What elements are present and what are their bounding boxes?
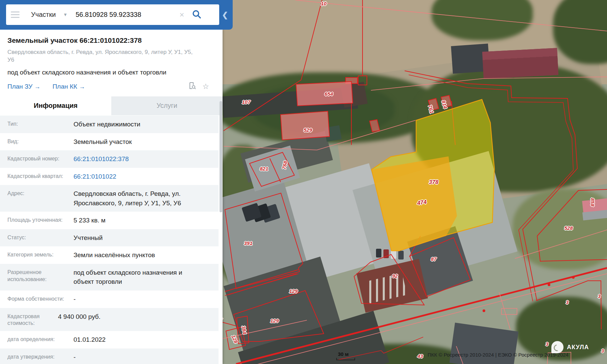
parcel-label[interactable]: 761 [428,104,435,114]
arrow-icon: → [34,83,40,90]
scale-label: 30 м [338,351,349,357]
clear-search-icon[interactable]: × [179,10,184,20]
parcel-label[interactable]: 821 [260,166,268,171]
parcel-usage-text: под объект складского назначения и объек… [7,69,215,76]
table-row: Кадастровый квартал:66:21:0101022 [0,168,219,185]
table-row: Вид:Земельный участок [0,133,219,151]
akula-watermark: АКУЛА [551,341,589,353]
parcel-label[interactable]: 529 [304,127,312,132]
arrow-icon: → [79,83,85,90]
parcel-label[interactable]: 107 [242,99,250,104]
search-box: Участки ▼ × [6,4,219,25]
panel-tabs: Информация Услуги [0,96,223,115]
parcel-label-378[interactable]: 378 [429,179,438,185]
tab-services[interactable]: Услуги [111,96,223,115]
cadastral-quarter-link[interactable]: 66:21:0101022 [74,172,219,181]
table-row: Разрешенное использование:под объект скл… [0,264,219,291]
table-row: Площадь уточненная:5 233 кв. м [0,212,219,229]
parcel-label[interactable]: 391 [244,241,252,246]
map-canvas[interactable]: 10 654 107 529 761 814 821 768 378 474 3… [223,0,607,364]
table-row: Категория земель:Земли населённых пункто… [0,246,219,264]
star-favorite-icon[interactable]: ☆ [202,82,209,91]
parcel-label[interactable]: 129 [289,289,297,294]
table-row: дата утверждения:- [0,348,219,364]
akula-shark-icon [551,341,563,353]
akula-text: АКУЛА [567,344,589,351]
parcel-label-474[interactable]: 474 [417,199,427,206]
panel-scrollbar[interactable] [220,101,222,212]
search-input[interactable] [75,10,177,19]
parcel-label[interactable]: 528 [564,225,573,231]
parcel-title: Земельный участок 66:21:0101022:378 [7,36,215,44]
parcel-label[interactable]: 654 [324,91,333,96]
map-attribution: ПКК © Росреестр 2010-2024 | ЕЭКО © Росре… [428,352,569,358]
cadastral-number-link[interactable]: 66:21:0101022:378 [74,154,219,164]
table-row: Тип:Объект недвижимости [0,116,219,133]
parcel-label[interactable]: 10 [321,1,327,6]
parcel-label[interactable]: 129 [270,318,279,323]
chevron-down-icon[interactable]: ▼ [63,12,67,17]
table-row: Кадастровая стоимость:4 940 000 руб. [0,308,219,331]
table-row: дата определения:01.01.2022 [0,331,219,348]
parcel-info-panel: Земельный участок 66:21:0101022:378 Свер… [0,30,223,364]
parcel-label[interactable]: 384 [241,325,247,334]
plan-zu-link[interactable]: План ЗУ → [7,83,40,90]
menu-hamburger-icon[interactable] [11,10,20,20]
table-row: Форма собственности:- [0,291,219,308]
parcel-address-subtitle: Свердловская область, г. Ревда, ул. Ярос… [7,49,196,64]
search-submit-icon[interactable] [192,9,202,21]
attribute-rows: Тип:Объект недвижимости Вид:Земельный уч… [0,116,219,364]
collapse-panel-chevron[interactable]: ❮ [222,10,231,20]
plan-kk-link[interactable]: План КК → [53,83,85,90]
parcel-label[interactable]: 3 [598,294,601,299]
doc-search-icon[interactable] [188,82,196,92]
parcel-label[interactable]: 87 [431,256,437,262]
parcel-label[interactable]: 3 [566,300,569,305]
scale-bar [336,358,355,360]
search-category-select[interactable]: Участки [31,11,56,19]
parcel-label[interactable]: 858 [590,198,595,206]
search-header: Участки ▼ × ❮ [0,0,233,30]
parcel-labels: 10 654 107 529 761 814 821 768 378 474 3… [223,0,607,364]
table-row: Кадастровый номер:66:21:0101022:378 [0,150,219,168]
tab-information[interactable]: Информация [0,96,111,115]
parcel-label[interactable]: 128 [231,334,239,344]
parcel-label[interactable]: 3 [546,341,548,346]
parcel-label[interactable]: 768 [281,160,288,170]
parcel-label[interactable]: 43 [417,354,423,359]
table-row: Статус:Учтенный [0,229,219,247]
parcel-label[interactable]: 814 [441,100,448,109]
table-row: Адрес:Свердловская область, г. Ревда, ул… [0,185,219,212]
parcel-label[interactable]: 92 [392,273,398,278]
parcel-label[interactable]: 3 [601,348,604,353]
